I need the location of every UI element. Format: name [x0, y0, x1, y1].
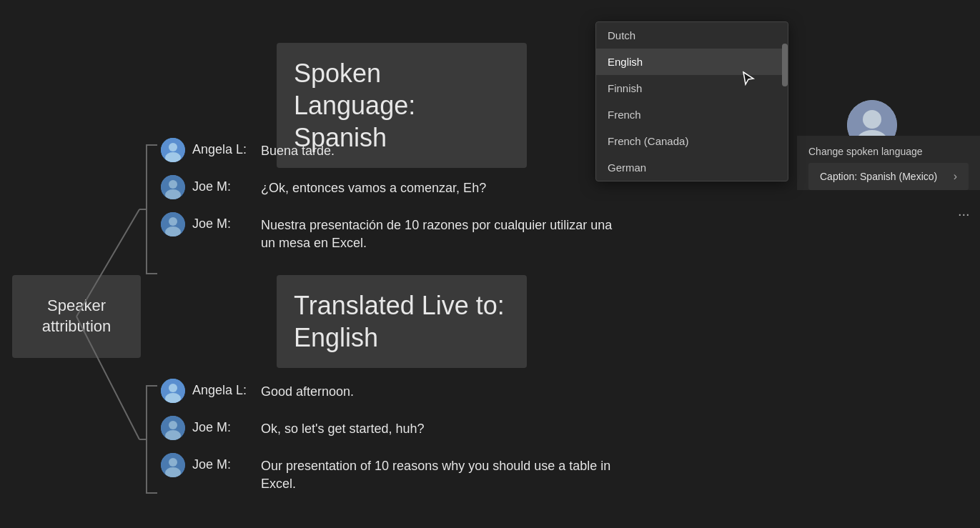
- dropdown-item-english[interactable]: English: [596, 49, 788, 75]
- dropdown-item-dutch[interactable]: Dutch: [596, 22, 788, 49]
- svg-point-20: [169, 458, 177, 467]
- speaker-attribution-box: Speaker attribution: [12, 275, 141, 358]
- change-spoken-language-panel: Change spoken language Caption: Spanish …: [797, 136, 980, 190]
- avatar: [161, 416, 185, 440]
- translated-language-title: Translated Live to: English: [294, 289, 510, 354]
- bracket-top: [139, 138, 161, 281]
- speakers-top-section: Angela L: Buena tarde. Joe M: ¿Ok, enton…: [161, 138, 618, 265]
- bracket-bottom: [139, 379, 161, 500]
- avatar: [161, 453, 185, 477]
- list-item: Joe M: Nuestra presentación de 10 razone…: [161, 212, 618, 252]
- avatar: [161, 138, 185, 162]
- speaker-text: Nuestra presentación de 10 razones por c…: [261, 212, 618, 252]
- svg-point-5: [169, 143, 177, 151]
- chevron-right-icon: ›: [954, 170, 957, 183]
- dropdown-item-german[interactable]: German: [596, 154, 788, 181]
- speaker-name: Joe M:: [192, 212, 257, 231]
- speakers-bottom-section: Angela L: Good afternoon. Joe M: Ok, so …: [161, 379, 618, 506]
- dropdown-item-french[interactable]: French: [596, 101, 788, 128]
- speaker-name: Joe M:: [192, 453, 257, 472]
- speaker-text: Good afternoon.: [261, 379, 354, 401]
- list-item: Joe M: ¿Ok, entonces vamos a comenzar, E…: [161, 175, 618, 199]
- list-item: Joe M: Our presentation of 10 reasons wh…: [161, 453, 618, 493]
- svg-point-11: [169, 217, 177, 226]
- translated-language-box: Translated Live to: English: [277, 275, 527, 368]
- speaker-text: Our presentation of 10 reasons why you s…: [261, 453, 618, 493]
- change-spoken-language-label: Change spoken language: [808, 146, 969, 157]
- svg-point-17: [169, 421, 177, 429]
- list-item: Angela L: Buena tarde.: [161, 138, 618, 162]
- speaker-text: Ok, so let's get started, huh?: [261, 416, 425, 438]
- list-item: Angela L: Good afternoon.: [161, 379, 618, 403]
- connector-lines: [0, 0, 161, 528]
- caption-label: Caption: Spanish (Mexico): [820, 171, 937, 182]
- main-content: Spoken Language: Spanish Translated Live…: [0, 0, 980, 528]
- speaker-text: Buena tarde.: [261, 138, 335, 160]
- svg-point-23: [863, 110, 881, 129]
- caption-row[interactable]: Caption: Spanish (Mexico) ›: [808, 163, 969, 190]
- dropdown-item-finnish[interactable]: Finnish: [596, 75, 788, 101]
- dropdown-item-french-canada[interactable]: French (Canada): [596, 128, 788, 154]
- three-dots-menu[interactable]: ...: [958, 203, 970, 219]
- language-dropdown[interactable]: Dutch English Finnish French French (Can…: [595, 21, 788, 181]
- speaker-name: Joe M:: [192, 416, 257, 435]
- scrollbar-thumb[interactable]: [782, 44, 788, 86]
- avatar: [161, 212, 185, 236]
- speaker-attribution-label: Speaker attribution: [12, 296, 141, 337]
- speaker-text: ¿Ok, entonces vamos a comenzar, Eh?: [261, 175, 486, 197]
- speaker-name: Joe M:: [192, 175, 257, 194]
- speaker-name: Angela L:: [192, 138, 257, 157]
- svg-point-14: [169, 384, 177, 392]
- speaker-name: Angela L:: [192, 379, 257, 398]
- list-item: Joe M: Ok, so let's get started, huh?: [161, 416, 618, 440]
- avatar: [161, 379, 185, 403]
- svg-point-8: [169, 180, 177, 189]
- avatar: [161, 175, 185, 199]
